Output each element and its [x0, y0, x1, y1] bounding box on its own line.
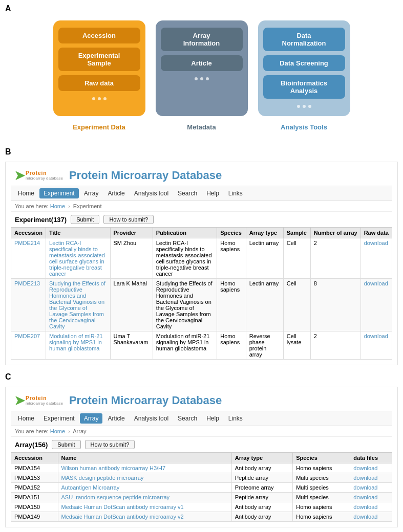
col-numberofarray-b: Number of array [310, 228, 360, 238]
cell-species: Homo sapiens [217, 331, 246, 360]
cell-accession-c: PMDA153 [11, 473, 58, 483]
section-c-label: C [0, 368, 403, 384]
logo-arrow-icon-c: ➤ [14, 393, 26, 408]
datafiles-download-link[interactable]: download [353, 465, 377, 471]
breadcrumb-home-b[interactable]: Home [50, 203, 65, 209]
nav-help-c[interactable]: Help [202, 413, 223, 424]
submit-button-c[interactable]: Submit [52, 440, 80, 449]
cell-arraytype-c: Antibody array [231, 512, 293, 522]
nav-article-b[interactable]: Article [103, 188, 129, 198]
cell-species-c: Multi species [293, 483, 350, 493]
diagram-container: Accession ExperimentalSample Raw data Ar… [15, 20, 388, 116]
nav-links-c[interactable]: Links [224, 413, 247, 424]
col-species-b: Species [217, 228, 246, 238]
cell-name-c: MASK design peptide microarray [58, 473, 231, 483]
nav-experiment-c[interactable]: Experiment [39, 413, 79, 424]
rawdata-download-link[interactable]: download [364, 280, 388, 286]
array-information-btn[interactable]: ArrayInformation [161, 28, 243, 51]
cell-provider: SM Zhou [110, 238, 153, 279]
array-name-link[interactable]: MASK design peptide microarray [61, 475, 144, 481]
cell-rawdata: download [360, 238, 392, 279]
array-name-link[interactable]: Medsaic Human DotScan antibody microarra… [61, 514, 184, 520]
dot1 [297, 105, 300, 108]
accession-link[interactable]: PMDE207 [14, 333, 40, 339]
cell-rawdata: download [360, 279, 392, 331]
title-link[interactable]: Modulation of miR-21 signaling by MPS1 i… [49, 333, 103, 351]
datafiles-download-link[interactable]: download [353, 514, 377, 520]
how-to-submit-button-c[interactable]: How to submit? [85, 440, 135, 449]
nav-help-b[interactable]: Help [202, 188, 223, 198]
nav-array-c[interactable]: Array [80, 413, 103, 424]
submit-button-b[interactable]: Submit [71, 215, 99, 224]
data-normalization-btn[interactable]: DataNormalization [263, 28, 345, 51]
cell-datafiles-c: download [350, 463, 392, 473]
db-nav-b: Home Experiment Array Article Analysis t… [11, 186, 392, 201]
col-name-c: Name [58, 453, 231, 463]
datafiles-download-link[interactable]: download [353, 494, 377, 500]
experiment-title: Experiment(137) [15, 216, 67, 224]
col-sample-b: Sample [283, 228, 310, 238]
experimental-sample-btn[interactable]: ExperimentalSample [58, 48, 140, 71]
nav-experiment-b[interactable]: Experiment [39, 188, 79, 198]
title-link[interactable]: Lectin RCA-I specifically binds to metas… [49, 240, 105, 277]
title-link[interactable]: Studying the Effects of Reproductive Hor… [49, 280, 105, 329]
nav-analysis-b[interactable]: Analysis tool [130, 188, 173, 198]
rawdata-download-link[interactable]: download [364, 333, 388, 339]
cell-title: Studying the Effects of Reproductive Hor… [46, 279, 110, 331]
breadcrumb-sep-c: › [68, 428, 70, 434]
accession-link[interactable]: PMDE213 [14, 280, 40, 286]
db-header-c: ➤ Protein microarray database Protein Mi… [11, 390, 392, 411]
array-name-link[interactable]: ASU_random-sequence peptide microarray [61, 494, 170, 500]
datafiles-download-link[interactable]: download [353, 484, 377, 491]
nav-links-b[interactable]: Links [224, 188, 247, 198]
experiment-data-label: Experiment Data [53, 121, 145, 133]
cell-title: Lectin RCA-I specifically binds to metas… [46, 238, 110, 279]
accession-btn[interactable]: Accession [58, 28, 140, 43]
accession-link[interactable]: PMDE214 [14, 240, 40, 246]
breadcrumb-b: You are here: Home › Experiment [11, 201, 392, 212]
cell-provider: Uma T Shankavaram [110, 331, 153, 360]
rawdata-download-link[interactable]: download [364, 240, 388, 246]
article-btn[interactable]: Article [161, 55, 243, 71]
nav-home-b[interactable]: Home [14, 188, 38, 198]
nav-array-b[interactable]: Array [80, 188, 103, 198]
cell-numberofarray: 2 [310, 238, 360, 279]
data-screening-btn[interactable]: Data Screening [263, 55, 345, 71]
cell-accession-c: PMDA152 [11, 483, 58, 493]
array-header: Array(156) Submit How to submit? [11, 437, 392, 452]
col-provider-b: Provider [110, 228, 153, 238]
analysis-tools-box: DataNormalization Data Screening Bioinfo… [258, 20, 350, 116]
dot2 [98, 97, 101, 100]
cell-accession-c: PMDA150 [11, 502, 58, 512]
how-to-submit-button-b[interactable]: How to submit? [103, 215, 154, 224]
cell-numberofarray: 2 [310, 331, 360, 360]
datafiles-download-link[interactable]: download [353, 475, 377, 481]
table-row: PMDA154 Wilson human antibody microarray… [11, 463, 392, 473]
table-row: PMDE207 Modulation of miR-21 signaling b… [11, 331, 392, 360]
datafiles-download-link[interactable]: download [353, 504, 377, 510]
array-name-link[interactable]: Medsaic Human DotScan antibody microarra… [61, 504, 184, 510]
analysis-tools-label: Analysis Tools [258, 121, 350, 133]
cell-arraytype-c: Peptide array [231, 493, 293, 502]
array-name-link[interactable]: Autoantigen Microarray [61, 484, 120, 491]
dot2 [200, 77, 203, 80]
nav-home-c[interactable]: Home [14, 413, 38, 424]
breadcrumb-current-c: Array [73, 428, 86, 434]
nav-analysis-c[interactable]: Analysis tool [130, 413, 173, 424]
nav-search-c[interactable]: Search [174, 413, 201, 424]
col-rawdata-b: Raw data [360, 228, 392, 238]
cell-accession: PMDE207 [11, 331, 46, 360]
bioinformatics-analysis-btn[interactable]: BioinformaticsAnalysis [263, 75, 345, 99]
cell-species-c: Homo sapiens [293, 463, 350, 473]
cell-numberofarray: 8 [310, 279, 360, 331]
nav-search-b[interactable]: Search [174, 188, 201, 198]
cell-publication: Lectin RCA-I specifically binds to metas… [153, 238, 217, 279]
array-name-link[interactable]: Wilson human antibody microarray H3/H7 [61, 465, 166, 471]
cell-accession: PMDE213 [11, 279, 46, 331]
nav-article-c[interactable]: Article [103, 413, 129, 424]
raw-data-btn[interactable]: Raw data [58, 75, 140, 91]
cell-accession-c: PMDA151 [11, 493, 58, 502]
breadcrumb-home-c[interactable]: Home [50, 428, 65, 434]
metadata-box: ArrayInformation Article [156, 20, 248, 116]
db-header-b: ➤ Protein microarray database Protein Mi… [11, 165, 392, 186]
